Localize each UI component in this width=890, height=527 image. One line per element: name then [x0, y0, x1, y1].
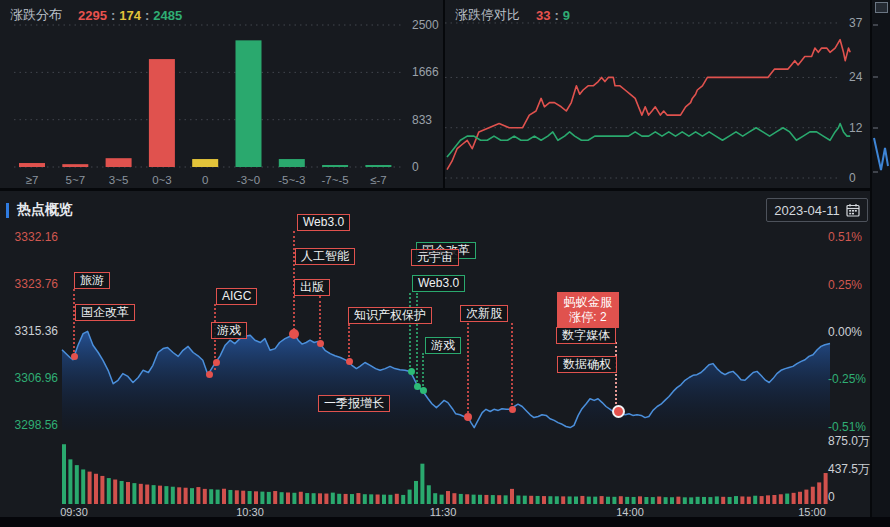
event-dot — [420, 387, 427, 394]
hotspot-tag[interactable]: Web3.0 — [297, 214, 350, 231]
pct-axis-label: 0.51% — [828, 230, 862, 244]
event-dot — [612, 405, 625, 418]
hotspot-tag[interactable]: AIGC — [216, 288, 257, 305]
hotspot-tag[interactable]: 数字媒体 — [556, 327, 616, 344]
tag-connector — [319, 296, 321, 339]
event-dot — [408, 368, 415, 375]
pct-axis-label: 437.5万 — [828, 462, 870, 476]
event-dot — [213, 359, 220, 366]
price-axis-label: 3306.96 — [8, 371, 58, 385]
price-axis-label: 3315.36 — [8, 324, 58, 338]
event-dot — [317, 340, 324, 347]
event-dot — [464, 413, 472, 421]
clipped-icon — [875, 2, 888, 13]
hotspot-tag[interactable]: 元宇宙 — [411, 249, 459, 266]
hotspot-tag[interactable]: Web3.0 — [412, 275, 465, 292]
stock-dashboard: 涨跌分布 2295 : 174 : 2485 083316662500≥75~7… — [0, 0, 890, 527]
pct-axis-label: 875.0万 — [828, 434, 870, 448]
hotspot-tag[interactable]: 次新股 — [460, 305, 508, 322]
clipped-blue-line — [872, 136, 890, 174]
price-axis-label: 3298.56 — [8, 418, 58, 432]
tag-connector — [511, 323, 513, 405]
pct-axis-label: 0.25% — [828, 278, 862, 292]
event-dot — [289, 329, 299, 339]
event-dot — [509, 406, 516, 413]
tag-connector — [348, 324, 350, 357]
hotspot-tag[interactable]: 一季报增长 — [318, 395, 390, 412]
hotspot-overlay: 3332.163323.763315.363306.963298.560.51%… — [0, 0, 872, 527]
event-dot — [206, 371, 213, 378]
pct-axis-label: -0.25% — [828, 372, 866, 386]
event-dot — [346, 358, 353, 365]
hotspot-tag[interactable]: 旅游 — [74, 272, 110, 289]
tag-connector — [422, 353, 424, 386]
price-axis-label: 3332.16 — [8, 230, 58, 244]
hotspot-tag-limit-up[interactable]: 蚂蚁金服涨停: 2 — [557, 292, 619, 328]
pct-axis-label: 0 — [828, 490, 835, 504]
hotspot-tag[interactable]: 国企改革 — [75, 304, 135, 321]
tag-connector — [467, 323, 469, 413]
pct-axis-label: 0.00% — [828, 325, 862, 339]
pct-axis-label: -0.51% — [828, 420, 866, 434]
hotspot-tag[interactable]: 数据确权 — [557, 356, 617, 373]
bottom-edge — [0, 517, 890, 527]
hotspot-tag[interactable]: 知识产权保护 — [348, 307, 432, 324]
hotspot-tag[interactable]: 游戏 — [425, 337, 461, 354]
event-dot — [71, 353, 78, 360]
hotspot-tag[interactable]: 游戏 — [211, 322, 247, 339]
hotspot-tag[interactable]: 人工智能 — [295, 248, 355, 265]
tag-connector — [409, 293, 411, 367]
tag-connector — [615, 342, 617, 404]
price-axis-label: 3323.76 — [8, 277, 58, 291]
clipped-right-panel — [872, 0, 890, 527]
hotspot-tag[interactable]: 出版 — [294, 279, 330, 296]
